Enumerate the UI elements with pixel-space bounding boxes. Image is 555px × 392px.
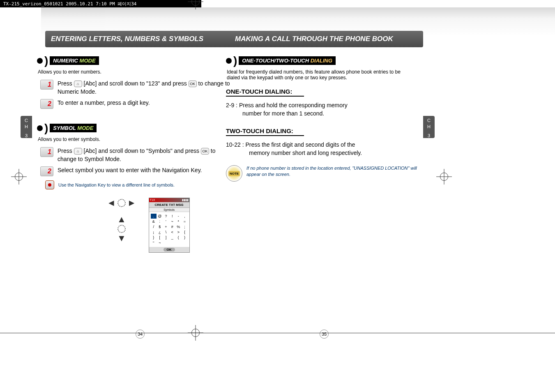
symbol-cell: ! [169,214,175,219]
crop-line [0,333,555,333]
symbol-cell: * [175,219,181,224]
bullet-icon [226,58,232,64]
left-title: ENTERING LETTERS, NUMBERS & SYMBOLS [45,31,234,47]
symbol-cell [182,240,187,245]
illustration: ◄ ► ▲ ▼ T1X▮▮▮▮ CREATE TXT MSG Symbols .… [107,198,234,253]
symbol-cell: ; [182,224,187,229]
numeric-step-1: 1 Press ⌂ [Abc] and scroll down to "123"… [40,80,234,96]
symbol-intro: Allows you to enter symbols. [38,136,234,142]
symbol-cell: } [151,235,157,240]
symbol-cell: ¿ [157,230,163,235]
symbol-step-1: 1 Press ⌂ [Abc] and scroll down to "Symb… [40,147,234,163]
symbol-cell: [ [157,235,163,240]
register-mark-icon [191,329,200,337]
step-badge-1b: 1 [40,147,53,157]
symbol-cell: - [175,214,181,219]
symbol-cell: $ [157,224,163,229]
symbol-cell: ] [163,235,169,240]
file-stamp: TX-215_verizon_0501021 2005.10.21 7:10 P… [0,0,201,7]
right-page: MAKING A CALL THROUGH THE PHONE BOOK ) O… [226,8,423,182]
dialing-intro: Ideal for frequently dialed numbers, thi… [227,69,403,81]
symbol-cell: ~ [169,219,175,224]
note-text: If no phone number is stored in the loca… [246,165,423,177]
symbol-cell [175,240,181,245]
register-mark-icon [15,173,23,181]
softkey-icon: ⌂ [74,148,82,154]
symbol-cell: ' [163,219,169,224]
symbol-cell: & [151,219,157,224]
chapter-tab-right: C H 3 [423,116,435,138]
phone-screen: T1X▮▮▮▮ CREATE TXT MSG Symbols .@?!-,&:'… [149,198,190,253]
one-touch-heading: ONE-TOUCH DIALING: [226,88,423,95]
symbol-cell: > [175,230,181,235]
one-touch-text: 2-9 : Press and hold the corresponding m… [226,101,423,118]
step-badge-1: 1 [40,80,53,90]
note-row: NOTE If no phone number is stored in the… [226,165,423,182]
symbol-cell: " [151,240,157,245]
symbol-cell: . [151,214,157,219]
paren-icon: ) [233,58,237,64]
numeric-header: ) NUMERIC MODE [37,56,99,65]
symbol-cell: % [175,224,181,229]
ok-key-icon: OK [201,148,209,154]
symbol-cell: \ [163,230,169,235]
phone-subtitle: Symbols [149,208,189,212]
paren-icon: ) [44,58,48,64]
symbol-tip: Use the Navigation Key to view a differe… [45,180,234,189]
bullet-icon [37,58,43,64]
symbol-cell: # [169,224,175,229]
symbol-cell: < [169,230,175,235]
symbol-cell: { [182,230,187,235]
ok-ring-icon [117,199,126,207]
symbol-cell [169,240,175,245]
numeric-intro: Allows you to enter numbers. [38,69,234,75]
phone-window-title: CREATE TXT MSG [149,202,189,208]
symbol-cell: @ [157,214,163,219]
symbol-cell: ¡ [151,230,157,235]
symbol-cell: ? [163,214,169,219]
bullet-icon [37,125,43,131]
phone-ok-bar: OK [149,247,189,252]
register-mark-icon [440,173,448,181]
dialing-label: ONE-TOUCH/TWO-TOUCH DIALING [239,56,336,65]
symbol-label: SYMBOL MODE [50,124,97,132]
arrow-left-icon: ◄ [107,198,116,208]
symbol-cell: , [182,214,187,219]
softkey-icon: ⌂ [74,81,82,87]
heading-underline [226,135,304,136]
symbol-cell: = [182,219,187,224]
symbol-cell [163,240,169,245]
symbol-cell: ( [175,235,181,240]
right-title: MAKING A CALL THROUGH THE PHONE BOOK [226,31,423,47]
symbol-grid: .@?!-,&:'~*=/$+#%;¡¿\<>{}[]_()"~ [149,212,189,247]
paren-icon: ) [44,125,48,131]
symbol-cell: / [151,224,157,229]
arrow-up-icon: ▲ [117,214,126,225]
symbol-header: ) SYMBOL MODE [37,124,97,132]
symbol-cell: + [163,224,169,229]
symbol-cell: _ [169,235,175,240]
nav-key-icons: ◄ ► ▲ ▼ [107,198,136,244]
step-badge-2b: 2 [40,166,53,176]
step-badge-2: 2 [40,99,53,109]
dialing-header: ) ONE-TOUCH/TWO-TOUCH DIALING [226,56,336,65]
note-badge-icon: NOTE [226,165,242,182]
chapter-tab-left: C H 3 [21,116,32,138]
phone-status-bar: T1X▮▮▮▮ [149,198,189,202]
arrow-right-icon: ► [127,198,136,208]
ok-ring-icon [117,225,126,233]
heading-underline [226,96,304,97]
page-number-right: 35 [320,330,329,339]
two-touch-text: 10-22 : Press the first digit and second… [226,141,423,157]
arrow-down-icon: ▼ [117,233,126,244]
two-touch-heading: TWO-TOUCH DIALING: [226,127,423,134]
tip-bullet-icon [45,180,54,189]
ok-key-icon: OK [189,81,197,87]
symbol-cell: : [157,219,163,224]
left-page: ENTERING LETTERS, NUMBERS & SYMBOLS ) NU… [37,8,234,253]
symbol-step-2: 2 Select symbol you want to enter with t… [40,166,234,176]
symbol-cell: ) [182,235,187,240]
symbol-cell: ~ [157,240,163,245]
page-number-left: 34 [136,330,145,339]
numeric-label: NUMERIC MODE [50,56,99,65]
